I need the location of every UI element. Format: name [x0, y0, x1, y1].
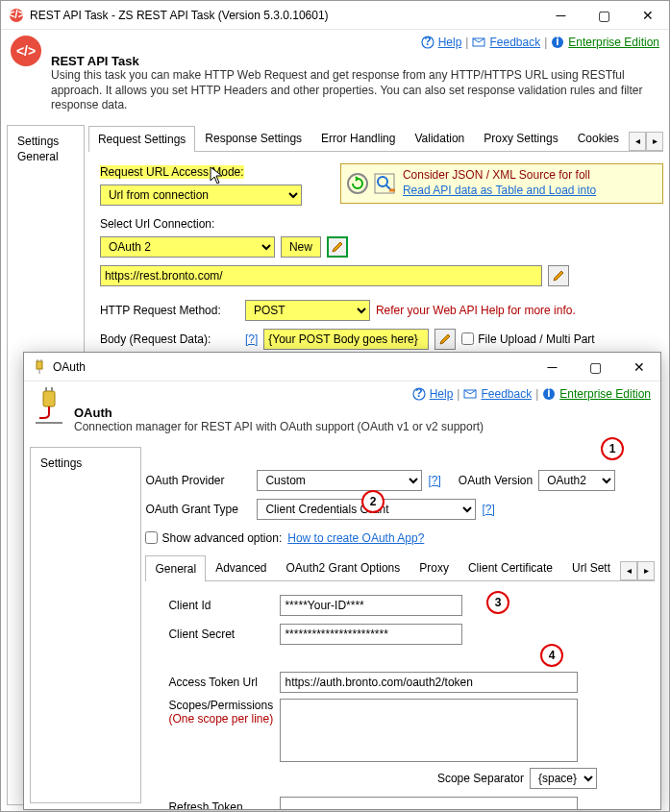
connection-select[interactable]: OAuth 2 — [100, 236, 275, 258]
minimize-button[interactable]: ─ — [539, 1, 583, 29]
grant-select[interactable]: Client Credentials Grant — [257, 499, 476, 520]
provider-select[interactable]: Custom — [257, 470, 422, 491]
infobox-line1: Consider JSON / XML Source for foll — [403, 168, 658, 184]
tab-validation[interactable]: Validation — [405, 125, 474, 151]
tab-request-settings[interactable]: Request Settings — [88, 126, 195, 152]
main-titlebar: </> REST API Task - ZS REST API Task (Ve… — [1, 1, 669, 30]
token-url-label: Access Token Url — [168, 676, 274, 689]
infobox-line2[interactable]: Read API data as Table and Load into — [403, 184, 658, 199]
feedback-link[interactable]: Feedback — [489, 36, 540, 49]
oauth-title: OAuth — [53, 360, 531, 374]
method-hint: Refer your Web API Help for more info. — [376, 304, 576, 317]
tab-url-settings[interactable]: Url Sett — [562, 554, 620, 580]
method-label: HTTP Request Method: — [100, 304, 239, 317]
pencil-icon — [438, 332, 452, 346]
svg-text:</>: </> — [9, 8, 24, 21]
version-label: OAuth Version — [459, 474, 533, 487]
oauth-tab-scroll-left[interactable]: ◂ — [620, 561, 637, 580]
help-link[interactable]: Help — [438, 36, 462, 49]
tab-error-handling[interactable]: Error Handling — [311, 125, 405, 151]
new-connection-button[interactable]: New — [281, 236, 321, 258]
tab-scroll-left[interactable]: ◂ — [629, 132, 646, 151]
info-icon: i — [542, 387, 556, 401]
grant-label: OAuth Grant Type — [145, 503, 251, 516]
provider-help[interactable]: [?] — [428, 474, 440, 487]
pencil-icon — [331, 240, 344, 254]
tab-general[interactable]: General — [145, 555, 206, 581]
main-tabstrip: Request Settings Response Settings Error… — [88, 125, 663, 152]
edition-link[interactable]: Enterprise Edition — [568, 36, 659, 49]
mail-icon — [463, 387, 477, 401]
token-url-input[interactable] — [280, 672, 578, 693]
oauth-titlebar: OAuth ─ ▢ ✕ — [24, 353, 660, 381]
oauth-edition-link[interactable]: Enterprise Edition — [559, 387, 651, 401]
client-secret-input[interactable] — [280, 624, 462, 645]
oauth-help-link[interactable]: Help — [430, 387, 454, 401]
main-title: REST API Task - ZS REST API Task (Versio… — [30, 9, 539, 22]
edit-connection-button[interactable] — [327, 236, 348, 258]
scopes-label: Scopes/Permissions — [168, 699, 273, 712]
tab-advanced[interactable]: Advanced — [206, 554, 276, 580]
access-mode-select[interactable]: Url from connection — [100, 185, 302, 206]
close-button[interactable]: ✕ — [626, 1, 669, 29]
url-input[interactable] — [100, 265, 542, 286]
info-icon: i — [551, 36, 564, 49]
tab-client-cert[interactable]: Client Certificate — [459, 554, 562, 580]
conn-label: Select Url Connection: — [100, 217, 214, 231]
oauth-tab-scroll-right[interactable]: ▸ — [637, 561, 655, 580]
scope-sep-select[interactable]: {space} — [530, 768, 597, 789]
oauth-header: ? Help | Feedback | i Enterprise Edition… — [24, 381, 660, 441]
tab-scroll-right[interactable]: ▸ — [646, 132, 663, 151]
svg-point-7 — [348, 174, 367, 193]
oauth-nav-settings[interactable]: Settings — [40, 455, 131, 471]
app-icon: </> — [9, 8, 24, 23]
file-upload-checkbox[interactable]: File Upload / Multi Part — [461, 332, 594, 346]
method-select[interactable]: POST — [245, 300, 370, 321]
nav-general[interactable]: General — [17, 149, 74, 164]
oauth-minimize-button[interactable]: ─ — [531, 353, 574, 381]
svg-text:i: i — [548, 387, 551, 400]
tab-proxy-settings[interactable]: Proxy Settings — [474, 125, 567, 151]
scopes-textarea[interactable] — [280, 699, 578, 762]
client-id-input[interactable] — [280, 595, 462, 616]
info-box: Consider JSON / XML Source for foll Read… — [340, 163, 663, 204]
help-icon: ? — [412, 387, 426, 401]
svg-text:?: ? — [415, 387, 422, 400]
main-header: </> ? Help | Feedback | i Enterprise Edi… — [1, 30, 669, 119]
version-select[interactable]: OAuth2 — [538, 470, 615, 491]
tab-response-settings[interactable]: Response Settings — [195, 125, 311, 151]
scopes-hint: (One scope per line) — [168, 712, 273, 726]
tab-cookies[interactable]: Cookies — [568, 125, 629, 151]
oauth-header-title: OAuth — [74, 406, 651, 420]
refresh-token-input[interactable] — [280, 797, 578, 809]
nav-settings[interactable]: Settings — [17, 134, 74, 149]
refresh-token-label: Refresh Token — [168, 800, 274, 809]
oauth-tabstrip: General Advanced OAuth2 Grant Options Pr… — [145, 554, 655, 581]
header-title: REST API Task — [51, 54, 659, 68]
edit-url-button[interactable] — [548, 265, 569, 286]
body-label: Body (Request Data): — [100, 332, 239, 346]
body-help[interactable]: [?] — [245, 332, 258, 346]
oauth-feedback-link[interactable]: Feedback — [481, 387, 532, 401]
access-mode-label: Request URL Access Mode: — [100, 165, 244, 179]
grant-help[interactable]: [?] — [482, 503, 494, 516]
oauth-close-button[interactable]: ✕ — [617, 353, 660, 381]
svg-rect-11 — [37, 361, 42, 369]
client-secret-label: Client Secret — [168, 627, 274, 641]
api-icon: </> — [11, 36, 41, 66]
tab-grant-options[interactable]: OAuth2 Grant Options — [277, 554, 410, 580]
scope-sep-label: Scope Separator — [437, 772, 524, 785]
maximize-button[interactable]: ▢ — [583, 1, 626, 29]
tab-oauth-proxy[interactable]: Proxy — [409, 554, 459, 580]
header-desc: Using this task you can make HTTP Web Re… — [51, 68, 659, 113]
create-app-link[interactable]: How to create OAuth App? — [287, 531, 424, 545]
oauth-maximize-button[interactable]: ▢ — [574, 353, 617, 381]
client-id-label: Client Id — [168, 599, 274, 612]
plug-icon — [32, 359, 47, 375]
advanced-checkbox[interactable]: Show advanced option: — [145, 531, 282, 545]
body-input[interactable] — [263, 329, 429, 350]
svg-rect-15 — [43, 391, 55, 406]
oauth-left-panel: Settings — [30, 447, 141, 803]
edit-body-button[interactable] — [434, 329, 456, 350]
plug-large-icon — [34, 387, 64, 426]
